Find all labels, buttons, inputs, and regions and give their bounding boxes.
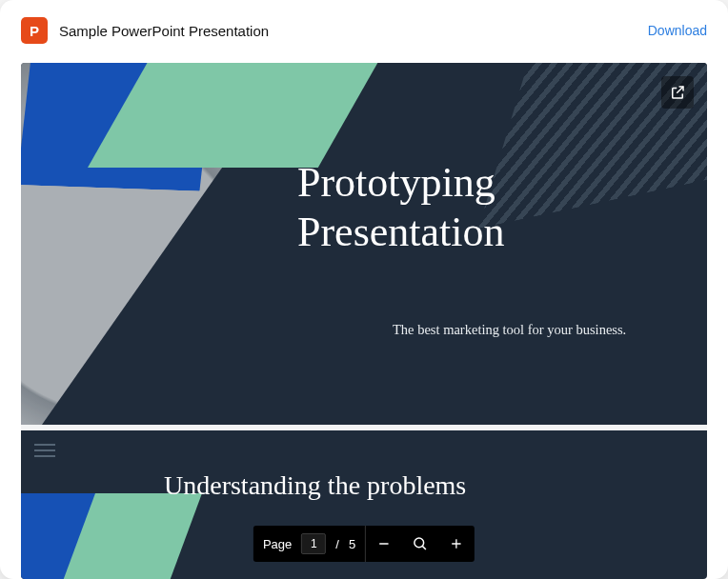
slides-viewport: Prototyping Presentation The best market… (21, 63, 707, 579)
hamburger-icon (34, 444, 55, 457)
svg-point-1 (415, 538, 424, 548)
slide-1-title-block: Prototyping Presentation (297, 158, 505, 257)
page-label: Page (263, 537, 292, 551)
slide-1-subtitle: The best marketing tool for your busines… (393, 322, 626, 338)
file-title: Sample PowerPoint Presentation (59, 23, 637, 39)
download-link[interactable]: Download (648, 23, 707, 38)
slide-1-title-line2: Presentation (297, 208, 505, 257)
magnifier-icon (412, 535, 429, 552)
svg-line-2 (423, 546, 427, 549)
zoom-in-button[interactable] (438, 526, 475, 562)
powerpoint-icon: P (21, 17, 48, 44)
minus-icon (376, 536, 392, 551)
document-viewer-card: P Sample PowerPoint Presentation Downloa… (0, 0, 728, 579)
open-external-button[interactable] (661, 76, 694, 109)
zoom-reset-button[interactable] (402, 526, 438, 562)
page-separator: / (335, 537, 339, 551)
page-number-input[interactable] (301, 533, 326, 554)
slide-2-title: Understanding the problems (164, 470, 466, 501)
open-external-icon (669, 84, 686, 101)
slide-2: Understanding the problems Page / 5 (21, 430, 707, 579)
plus-icon (449, 536, 464, 551)
header-bar: P Sample PowerPoint Presentation Downloa… (0, 0, 728, 53)
page-total: 5 (349, 537, 355, 551)
zoom-out-button[interactable] (366, 526, 402, 562)
page-controls: Page / 5 (253, 526, 475, 562)
page-indicator: Page / 5 (253, 526, 365, 562)
slide-1: Prototyping Presentation The best market… (21, 63, 707, 425)
slide-1-title-line1: Prototyping (297, 158, 505, 208)
